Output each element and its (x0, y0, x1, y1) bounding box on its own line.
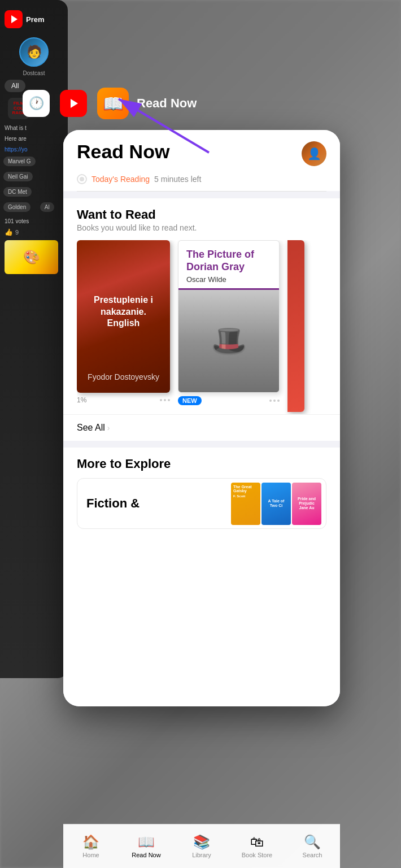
thumbnail: 🎨 (5, 240, 58, 274)
see-all-row[interactable]: See All › (63, 414, 340, 441)
dot5 (273, 400, 276, 402)
tab-search-label: Search (303, 852, 322, 858)
library-icon: 📚 (193, 834, 210, 850)
explore-books-row: The Great Gatsby F. Scott A Tale of Two … (231, 483, 326, 525)
book1-dots[interactable] (160, 399, 170, 401)
book2-author: Oscar Wilde (186, 275, 271, 284)
dot6 (277, 400, 280, 402)
read-now-tab-icon: 📖 (138, 834, 155, 850)
left-item-here: Here are (0, 133, 68, 144)
tab-read-now-label: Read Now (132, 852, 160, 858)
book2-top: The Picture of Dorian Gray Oscar Wilde (178, 241, 279, 290)
left-item-what: What is t (0, 123, 68, 133)
user-label: Dostcast (0, 70, 68, 76)
home-icon: 🏠 (82, 834, 99, 850)
book-cover-dostoyevsky: Prestuplenie i nakazanie. English Fyodor… (77, 240, 170, 393)
youtube-premium-label: Prem (26, 15, 45, 24)
tab-home[interactable]: 🏠 Home (63, 834, 119, 858)
votes-row: 👍 9 (0, 227, 68, 238)
fiction-label: Fiction & (77, 496, 231, 511)
book2-title: The Picture of Dorian Gray (186, 249, 271, 273)
mini-book-tale: A Tale of Two Ci (261, 483, 291, 525)
tab-home-label: Home (82, 852, 99, 858)
progress-inner (80, 177, 84, 181)
tab-book-store[interactable]: 🛍 Book Store (229, 834, 285, 858)
mini-book-gatsby: The Great Gatsby F. Scott (231, 483, 260, 525)
youtube-icon (5, 10, 23, 28)
dot3 (168, 399, 170, 401)
youtube-header: Prem (0, 5, 68, 34)
want-to-read-section: Want to Read Books you would like to rea… (63, 198, 340, 414)
see-all-label: See All (77, 423, 105, 433)
dot1 (160, 399, 162, 401)
book-card-2[interactable]: The Picture of Dorian Gray Oscar Wilde 🎩… (178, 240, 280, 412)
portrait-figure: 🎩 (211, 324, 247, 358)
gatsby-author: F. Scott (233, 494, 258, 498)
reading-progress-row: Today's Reading 5 minutes left (63, 174, 340, 191)
tag-marvel[interactable]: Marvel G (3, 157, 36, 166)
tag-ai[interactable]: AI (40, 202, 54, 212)
portrait-simulation: 🎩 (178, 290, 279, 392)
explore-title: More to Explore (77, 457, 326, 471)
tab-library[interactable]: 📚 Library (174, 834, 229, 858)
explore-section: More to Explore Fiction & The Great Gats… (63, 448, 340, 706)
left-item-link: https://yo (0, 144, 68, 155)
books-modal: Read Now 👤 Today's Reading 5 minutes lef… (63, 130, 340, 706)
tag-neil[interactable]: Neil Gai (3, 172, 33, 181)
book-cover-dorian: The Picture of Dorian Gray Oscar Wilde 🎩 (178, 240, 280, 393)
book1-progress: 1% (77, 396, 86, 404)
books-row: Prestuplenie i nakazanie. English Fyodor… (77, 240, 326, 414)
dot2 (164, 399, 166, 401)
youtube-small-play-icon (71, 99, 78, 108)
search-icon: 🔍 (304, 834, 321, 850)
tab-read-now[interactable]: 📖 Read Now (119, 834, 174, 858)
explore-card[interactable]: Fiction & The Great Gatsby F. Scott A Ta… (77, 478, 326, 529)
new-badge: NEW (178, 396, 202, 405)
want-to-read-subtitle: Books you would like to read next. (77, 223, 326, 232)
modal-inner: Read Now 👤 Today's Reading 5 minutes lef… (63, 130, 340, 706)
clock-app-icon[interactable]: 🕐 (23, 90, 50, 117)
avatar: 🧑 (19, 37, 49, 67)
book-card-1[interactable]: Prestuplenie i nakazanie. English Fyodor… (77, 240, 170, 412)
book1-author: Fyodor Dostoyevsky (85, 372, 162, 381)
book-store-icon: 🛍 (250, 834, 264, 850)
chevron-right-icon: › (107, 423, 110, 432)
tag-golden[interactable]: Golden (3, 202, 30, 212)
want-to-read-title: Want to Read (77, 207, 326, 222)
thumbs-up-icon: 👍 (5, 228, 13, 236)
book2-meta: NEW (178, 393, 280, 412)
tale-text: A Tale of Two Ci (264, 499, 289, 507)
gatsby-title: The Great Gatsby (233, 485, 258, 493)
book2-dots[interactable] (269, 400, 280, 402)
purple-arrow (102, 90, 215, 160)
svg-line-1 (119, 99, 209, 153)
book1-title: Prestuplenie i nakazanie. English (85, 294, 162, 329)
youtube-app-icon[interactable] (60, 90, 87, 117)
divider (77, 191, 326, 192)
clock-emoji: 🕐 (29, 96, 44, 111)
today-reading-label[interactable]: Today's Reading (91, 175, 150, 184)
tab-library-label: Library (192, 852, 211, 858)
user-avatar-emoji: 👤 (307, 147, 321, 160)
mini-book-pride: Pride and PrejudicJane Au (292, 483, 321, 525)
progress-circle-icon (77, 174, 87, 184)
votes-label: 101 votes (0, 216, 68, 227)
minutes-left-label: 5 minutes left (154, 175, 201, 184)
tab-book-store-label: Book Store (242, 852, 272, 858)
book-card-3-partial (287, 240, 304, 412)
tab-search[interactable]: 🔍 Search (285, 834, 340, 858)
dot4 (269, 400, 272, 402)
book1-meta: 1% (77, 393, 170, 411)
book2-portrait: 🎩 (178, 290, 279, 392)
pride-text: Pride and PrejudicJane Au (294, 497, 319, 510)
avatar-emoji: 🧑 (27, 45, 42, 59)
vote-count: 9 (15, 229, 19, 236)
tag-dc[interactable]: DC Met (3, 187, 32, 197)
tab-bar: 🏠 Home 📖 Read Now 📚 Library 🛍 Book Store… (63, 824, 340, 868)
youtube-play-icon (11, 15, 18, 23)
user-avatar[interactable]: 👤 (302, 141, 326, 166)
